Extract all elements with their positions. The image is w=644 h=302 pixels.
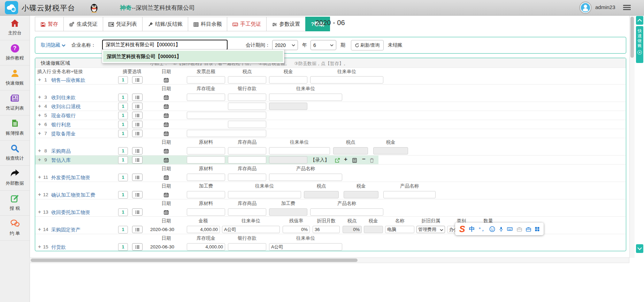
insert-row-icon[interactable]: + <box>38 192 41 197</box>
vertical-scrollbar-thumb[interactable] <box>630 17 634 58</box>
cash-input[interactable] <box>187 130 266 137</box>
scroll-up-button[interactable] <box>636 16 643 25</box>
date-value[interactable]: 2020-06-30 <box>150 244 182 249</box>
month-select[interactable]: 6 <box>310 40 336 50</box>
insert-row-icon[interactable]: + <box>38 121 41 127</box>
sidebar-item-voucher-list[interactable]: 凭证列表 <box>0 90 30 116</box>
insert-row-icon[interactable]: + <box>38 130 41 136</box>
toolbar-manual-voucher-button[interactable]: 手工凭证 <box>227 17 267 31</box>
insert-row-icon[interactable]: + <box>38 226 41 232</box>
summary-list-button[interactable] <box>132 76 143 84</box>
refresh-query-button[interactable]: 刷新/查询 <box>351 40 384 50</box>
sidebar-item-tax-filing[interactable]: 报 税 <box>0 191 30 216</box>
summary-list-button[interactable] <box>132 174 143 181</box>
business-name-link[interactable]: 确认加工物资加工费 <box>51 192 95 198</box>
menu-icon[interactable] <box>623 5 631 10</box>
toolbar-account-balance-button[interactable]: 科目余额 <box>188 17 227 31</box>
tax-rate-input[interactable] <box>228 76 266 84</box>
summary-list-button[interactable] <box>132 121 143 128</box>
insert-row-icon[interactable]: + <box>38 244 41 249</box>
calendar-icon[interactable] <box>161 156 172 164</box>
chinese-mode-icon[interactable]: 中 <box>469 226 475 232</box>
user-avatar[interactable] <box>579 1 592 14</box>
insert-row-icon[interactable]: + <box>38 174 41 180</box>
toolbar-generate-voucher-button[interactable]: 生成凭证 <box>63 17 103 31</box>
summary-list-button[interactable] <box>132 156 143 164</box>
partner-input[interactable] <box>269 243 342 251</box>
trash-icon[interactable] <box>370 157 374 163</box>
sidebar-item-tutorial[interactable]: ? 操作教程 <box>0 40 30 65</box>
sidebar-item-check-stats[interactable]: 核查统计 <box>0 141 30 166</box>
soft-keyboard-icon[interactable] <box>507 226 513 232</box>
calendar-icon[interactable] <box>161 191 172 198</box>
row-count[interactable]: 1 <box>118 208 128 216</box>
calendar-icon[interactable] <box>161 76 172 84</box>
row-count[interactable]: 1 <box>118 156 128 164</box>
horizontal-scrollbar-thumb[interactable] <box>31 259 358 262</box>
row-count[interactable]: 1 <box>118 191 128 199</box>
raw-material-input[interactable] <box>187 156 225 164</box>
toolbox-icon[interactable] <box>517 226 522 232</box>
business-name-link[interactable]: 提取备用金 <box>51 131 76 137</box>
business-name-link[interactable]: 收到出口退税 <box>51 104 80 110</box>
raw-material-input[interactable] <box>187 208 225 216</box>
export-icon[interactable] <box>335 157 340 163</box>
calendar-icon[interactable] <box>161 103 172 110</box>
stock-goods-input[interactable] <box>228 174 266 181</box>
cash-input[interactable] <box>187 112 266 119</box>
calendar-icon[interactable] <box>161 112 172 119</box>
scroll-down-button[interactable] <box>636 244 643 253</box>
depreciation-months-input[interactable] <box>313 226 340 233</box>
calendar-icon[interactable] <box>161 208 172 216</box>
microphone-icon[interactable] <box>499 226 503 232</box>
toolbar-save-button[interactable]: 暂存 <box>35 17 64 31</box>
year-select[interactable]: 2020 <box>272 40 298 50</box>
calculator-icon[interactable] <box>352 157 357 163</box>
insert-row-icon[interactable]: + <box>38 157 41 162</box>
suggestion-item[interactable]: 深圳兰芝科技有限公司【000001】 <box>103 51 283 62</box>
summary-list-button[interactable] <box>132 103 143 110</box>
product-name-input[interactable] <box>383 191 436 198</box>
close-icon[interactable]: ✕ <box>637 50 642 55</box>
row-count[interactable]: 1 <box>118 121 128 128</box>
sogou-logo-icon[interactable]: S <box>459 225 465 233</box>
residual-rate-input[interactable] <box>283 226 310 233</box>
partner-input[interactable] <box>269 94 342 101</box>
toolbar-closing-button[interactable]: 结账/反结账 <box>142 17 188 31</box>
apps-grid-icon[interactable] <box>535 226 539 232</box>
business-name-link[interactable]: 暂估入库 <box>51 157 71 164</box>
business-name-link[interactable]: 银行利息 <box>51 122 71 128</box>
business-name-link[interactable]: 销售—应收账款 <box>51 77 85 84</box>
row-count[interactable]: 1 <box>118 94 128 101</box>
date-value[interactable]: 2020-06-30 <box>150 227 182 232</box>
row-count[interactable]: 1 <box>118 112 128 119</box>
quick-accounting-tab[interactable]: 快速做账✕ <box>636 26 643 63</box>
insert-row-icon[interactable]: + <box>38 112 41 118</box>
cancel-hide-toggle[interactable]: 取消隐藏 <box>41 42 66 48</box>
calendar-icon[interactable] <box>161 174 172 181</box>
partner-input[interactable] <box>269 147 330 154</box>
summary-list-button[interactable] <box>132 191 143 198</box>
calendar-icon[interactable] <box>161 121 172 128</box>
processing-fee-input[interactable] <box>187 191 225 198</box>
asset-name-input[interactable] <box>385 226 414 233</box>
stock-goods-input[interactable] <box>228 147 266 154</box>
business-name-link[interactable]: 采购固定资产 <box>51 227 80 233</box>
punctuation-mode-icon[interactable]: °， <box>479 227 485 231</box>
summary-list-button[interactable] <box>132 130 143 137</box>
summary-list-button[interactable] <box>132 243 143 251</box>
row-count[interactable]: 1 <box>118 103 128 110</box>
sidebar-item-ledger-report[interactable]: 账簿报表 <box>0 116 30 141</box>
row-count[interactable]: 1 <box>118 130 128 137</box>
product-name-input[interactable] <box>269 174 342 181</box>
bank-input[interactable] <box>228 121 266 128</box>
partner-input[interactable] <box>310 76 383 84</box>
remove-line-icon[interactable]: − <box>362 156 366 163</box>
insert-row-icon[interactable]: + <box>38 103 41 109</box>
business-name-link[interactable]: 收到往来款 <box>51 95 76 101</box>
row-count[interactable]: 1 <box>118 147 128 155</box>
cash-input[interactable] <box>187 243 225 251</box>
amount-input[interactable] <box>187 226 220 233</box>
row-count[interactable]: 1 <box>118 243 128 251</box>
business-name-link[interactable]: 付货款 <box>51 244 66 251</box>
